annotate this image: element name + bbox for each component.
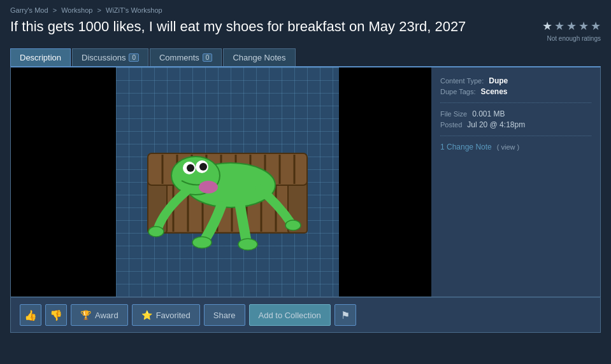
content-type-block: Content Type: Dupe Dupe Tags: Scenes	[440, 76, 591, 96]
content-type-line: Content Type: Dupe	[440, 76, 591, 85]
file-size-line: File Size 0.001 MB	[440, 109, 591, 118]
info-divider-2	[440, 136, 591, 136]
thumbs-up-icon: 👍	[24, 309, 37, 321]
change-note-link[interactable]: 1 Change Note	[440, 143, 492, 151]
tab-discussions-badge: 0	[129, 53, 139, 62]
posted-line: Posted Jul 20 @ 4:18pm	[440, 120, 591, 129]
tabs: Description Discussions 0 Comments 0 Cha…	[10, 48, 601, 66]
dupe-tags-line: Dupe Tags: Scenes	[440, 87, 591, 96]
content-type-label: Content Type:	[440, 77, 484, 85]
add-to-collection-button[interactable]: Add to Collection	[249, 304, 331, 326]
posted-label: Posted	[440, 121, 462, 129]
star-4: ★	[579, 19, 589, 33]
content-type-value: Dupe	[489, 76, 508, 85]
breadcrumb: Garry's Mod > Workshop > WiZiT's Worksho…	[10, 6, 601, 14]
preview-area	[11, 67, 431, 297]
share-button[interactable]: Share	[204, 304, 245, 326]
share-label: Share	[213, 311, 236, 320]
posted-value: Jul 20 @ 4:18pm	[467, 120, 525, 129]
tab-discussions[interactable]: Discussions 0	[72, 48, 148, 66]
tab-changenotes-label: Change Notes	[233, 53, 285, 62]
star-5: ★	[591, 19, 601, 33]
favorited-label: Favorited	[156, 311, 190, 320]
bottom-bar: 👍 👎 🏆 Award ⭐ Favorited Share Add to Col…	[10, 297, 601, 333]
favorited-button[interactable]: ⭐ Favorited	[132, 304, 200, 326]
thumbs-down-icon: 👎	[50, 309, 62, 321]
character-illustration	[138, 112, 317, 252]
svg-point-31	[148, 227, 164, 237]
sidebar-info: Content Type: Dupe Dupe Tags: Scenes Fil…	[431, 67, 600, 297]
thumbs-up-button[interactable]: 👍	[20, 304, 41, 326]
award-label: Award	[95, 311, 119, 320]
file-size-value: 0.001 MB	[472, 109, 505, 118]
add-to-collection-label: Add to Collection	[259, 311, 321, 320]
award-button[interactable]: 🏆 Award	[71, 304, 128, 326]
file-size-label: File Size	[440, 110, 467, 118]
star-3: ★	[566, 19, 577, 33]
svg-point-30	[199, 181, 218, 193]
tab-changenotes[interactable]: Change Notes	[223, 48, 295, 66]
black-right-panel	[339, 67, 431, 297]
svg-point-34	[238, 239, 257, 250]
flag-button[interactable]: ⚑	[334, 304, 356, 326]
tab-comments[interactable]: Comments 0	[150, 48, 222, 66]
tab-comments-label: Comments	[159, 53, 199, 62]
stars: ★ ★ ★ ★ ★	[542, 19, 601, 33]
title-row: If this gets 1000 likes, I will eat my s…	[10, 18, 601, 42]
file-info-block: File Size 0.001 MB Posted Jul 20 @ 4:18p…	[440, 109, 591, 129]
tab-discussions-label: Discussions	[82, 53, 126, 62]
favorited-icon: ⭐	[141, 310, 152, 320]
svg-point-33	[192, 237, 212, 248]
tab-description-label: Description	[20, 53, 61, 62]
page-wrapper: Garry's Mod > Workshop > WiZiT's Worksho…	[0, 0, 611, 364]
breadcrumb-garrysmod[interactable]: Garry's Mod	[10, 6, 48, 14]
tab-comments-badge: 0	[203, 53, 213, 62]
change-note-line: 1 Change Note ( view )	[440, 143, 591, 151]
svg-point-28	[187, 164, 194, 172]
tab-description[interactable]: Description	[10, 48, 71, 66]
star-2: ★	[554, 19, 564, 33]
star-1: ★	[542, 19, 552, 33]
svg-point-29	[199, 163, 207, 171]
dupe-tags-value: Scenes	[480, 87, 507, 96]
dupe-tags-label: Dupe Tags:	[440, 88, 475, 95]
award-icon: 🏆	[80, 310, 91, 320]
rating-area: ★ ★ ★ ★ ★ Not enough ratings	[542, 19, 601, 42]
svg-point-32	[285, 220, 301, 230]
thumbs-down-button[interactable]: 👎	[45, 304, 67, 326]
content-area: Content Type: Dupe Dupe Tags: Scenes Fil…	[10, 66, 601, 297]
scene-area	[116, 67, 339, 297]
breadcrumb-wizit[interactable]: WiZiT's Workshop	[106, 6, 162, 14]
info-divider-1	[440, 102, 591, 103]
preview-image	[11, 67, 431, 297]
flag-icon: ⚑	[341, 309, 350, 321]
black-left-panel	[11, 67, 116, 297]
breadcrumb-workshop[interactable]: Workshop	[61, 6, 92, 14]
view-link[interactable]: ( view )	[497, 143, 519, 151]
rating-label: Not enough ratings	[542, 35, 601, 42]
page-title: If this gets 1000 likes, I will eat my s…	[10, 18, 466, 36]
